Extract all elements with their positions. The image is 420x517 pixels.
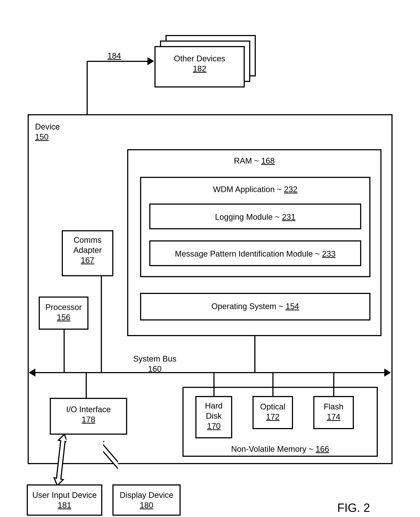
other-devices-label: Other Devices 182: [154, 53, 245, 74]
optical-label: Optical 172: [253, 401, 293, 422]
io-to-display-arrow-icon: [103, 434, 118, 485]
svg-marker-1: [103, 434, 118, 483]
comms-to-bus-line: [101, 276, 102, 372]
flash-to-bus-line: [333, 372, 334, 396]
ram-label: RAM ~ 168: [127, 156, 382, 166]
display-device-num: 180: [140, 501, 153, 510]
svg-marker-0: [52, 434, 66, 485]
figure-label: FIG. 2: [337, 501, 370, 515]
ram-to-bus-line: [254, 336, 255, 372]
mpim-label: Message Pattern Identification Module ~ …: [149, 249, 361, 259]
optical-num: 172: [266, 412, 279, 421]
nvmem-num: 166: [316, 444, 329, 453]
logging-label: Logging Module ~ 231: [149, 212, 361, 222]
io-to-userinput-arrow-icon: [52, 434, 66, 485]
comms-adapter-l2: Adapter: [73, 245, 102, 255]
hard-disk-label: Hard Disk 170: [195, 401, 232, 431]
io-interface-text: I/O Interface: [66, 405, 111, 414]
user-input-num: 181: [58, 501, 71, 510]
system-bus-line: [34, 372, 385, 373]
device-text: Device: [35, 122, 60, 131]
flash-num: 174: [327, 412, 340, 421]
io-interface-label: I/O Interface 178: [50, 404, 127, 425]
logging-num: 231: [282, 212, 295, 222]
mpim-text: Message Pattern Identification Module ~: [175, 249, 320, 258]
device-num: 150: [35, 132, 48, 141]
os-label: Operating System ~ 154: [140, 301, 370, 311]
processor-label: Processor 156: [39, 302, 89, 322]
os-num: 154: [285, 302, 299, 311]
processor-to-bus-line: [64, 330, 65, 372]
system-bus-text: System Bus: [133, 354, 177, 363]
comms-adapter-num: 167: [81, 256, 94, 265]
other-devices-text: Other Devices: [174, 54, 225, 63]
bus-arrow-right-icon: [384, 369, 391, 377]
device-label: Device 150: [35, 122, 72, 142]
hard-disk-l1: Hard: [205, 401, 222, 410]
ram-text: RAM ~: [234, 156, 259, 165]
optical-text: Optical: [260, 402, 285, 411]
bus-arrow-left-icon: [29, 369, 35, 377]
system-bus-num: 160: [148, 364, 161, 373]
system-bus-label: System Bus 160: [127, 354, 182, 374]
mpim-num: 233: [322, 249, 336, 258]
flash-text: Flash: [324, 402, 344, 411]
wdm-text: WDM Application ~: [213, 185, 282, 194]
logging-text: Logging Module ~: [215, 212, 280, 222]
nvmem-text: Non-Volatile Memory ~: [231, 444, 313, 453]
ram-num: 168: [261, 156, 275, 165]
nvmem-label: Non-Volatile Memory ~ 166: [182, 444, 378, 454]
other-devices-num: 182: [193, 64, 206, 73]
harddisk-to-bus-line: [213, 372, 215, 396]
link184-arrow-icon: [147, 57, 154, 65]
hard-disk-num: 170: [207, 421, 220, 430]
user-input-label: User Input Device 181: [27, 490, 102, 510]
hard-disk-l2: Disk: [206, 411, 222, 420]
user-input-text: User Input Device: [32, 490, 97, 500]
flash-label: Flash 174: [313, 401, 354, 422]
processor-text: Processor: [45, 303, 82, 312]
display-device-label: Display Device 180: [112, 490, 181, 510]
io-interface-num: 178: [82, 415, 95, 424]
os-text: Operating System ~: [211, 302, 283, 311]
link184-label: 184: [103, 51, 125, 61]
optical-to-bus-line: [272, 372, 273, 396]
link184-hline: [87, 61, 148, 62]
diagram-canvas: Other Devices 182 184 Device 150 Comms A…: [0, 0, 420, 517]
wdm-label: WDM Application ~ 232: [140, 184, 370, 194]
comms-adapter-label: Comms Adapter 167: [62, 235, 113, 265]
wdm-num: 232: [284, 185, 297, 194]
link184-num: 184: [107, 51, 121, 60]
io-to-bus-line: [86, 372, 87, 398]
comms-adapter-l1: Comms: [74, 235, 102, 244]
display-device-text: Display Device: [120, 490, 173, 500]
processor-num: 156: [57, 313, 70, 322]
